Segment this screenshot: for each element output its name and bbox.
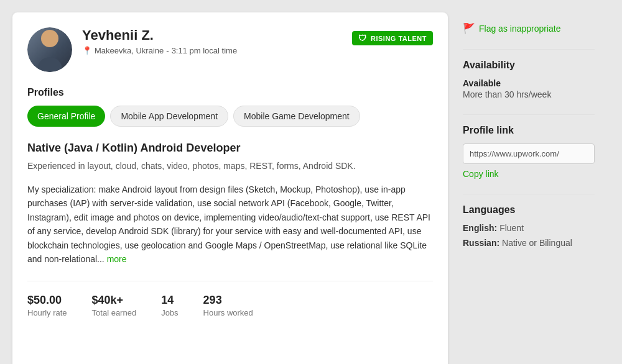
profile-header: Yevhenii Z. 📍 Makeevka, Ukraine - 3:11 p… bbox=[27, 27, 433, 72]
flag-inappropriate-button[interactable]: 🚩 Flag as inappropriate bbox=[463, 22, 595, 34]
profile-link-section: Profile link Copy link bbox=[463, 125, 595, 179]
local-time: 3:11 pm local time bbox=[172, 46, 238, 55]
more-link[interactable]: more bbox=[107, 254, 127, 264]
language-english: English: Fluent bbox=[463, 223, 595, 233]
language-russian-level: Native or Bilingual bbox=[502, 238, 572, 248]
profile-location: 📍 Makeevka, Ukraine - 3:11 pm local time bbox=[82, 46, 352, 55]
profile-info: Yevhenii Z. 📍 Makeevka, Ukraine - 3:11 p… bbox=[82, 27, 352, 55]
shield-icon: 🛡 bbox=[358, 34, 367, 43]
profile-link-input[interactable] bbox=[463, 143, 595, 164]
flag-label: Flag as inappropriate bbox=[479, 24, 561, 34]
tab-mobile-game[interactable]: Mobile Game Development bbox=[233, 106, 360, 127]
profile-tabs: General Profile Mobile App Development M… bbox=[27, 106, 433, 127]
profile-link-title: Profile link bbox=[463, 125, 595, 136]
stat-jobs: 14 Jobs bbox=[161, 294, 178, 317]
avatar bbox=[27, 27, 72, 72]
job-desc-text: My specialization: make Android layout f… bbox=[27, 184, 430, 264]
main-card: Yevhenii Z. 📍 Makeevka, Ukraine - 3:11 p… bbox=[12, 12, 448, 364]
stat-jobs-value: 14 bbox=[161, 294, 178, 307]
stat-hours-worked-label: Hours worked bbox=[203, 308, 253, 317]
languages-title: Languages bbox=[463, 204, 595, 216]
location-text: Makeevka, Ukraine bbox=[95, 46, 164, 55]
stat-hourly-rate: $50.00 Hourly rate bbox=[27, 294, 67, 317]
availability-title: Availability bbox=[463, 60, 595, 71]
rising-talent-badge: 🛡 RISING TALENT bbox=[352, 31, 433, 45]
location-separator: - bbox=[166, 46, 169, 55]
availability-label: Available bbox=[463, 78, 595, 88]
stat-total-earned-label: Total earned bbox=[92, 308, 137, 317]
stat-hourly-rate-label: Hourly rate bbox=[27, 308, 67, 317]
stat-hourly-rate-value: $50.00 bbox=[27, 294, 67, 307]
divider-3 bbox=[463, 194, 595, 194]
badge-label: RISING TALENT bbox=[371, 35, 427, 42]
stat-hours-worked: 293 Hours worked bbox=[203, 294, 253, 317]
stat-jobs-label: Jobs bbox=[161, 308, 178, 317]
flag-icon: 🚩 bbox=[463, 22, 475, 34]
divider-1 bbox=[463, 49, 595, 50]
sidebar: 🚩 Flag as inappropriate Availability Ava… bbox=[448, 12, 610, 364]
stats-row: $50.00 Hourly rate $40k+ Total earned 14… bbox=[27, 281, 433, 317]
stat-total-earned-value: $40k+ bbox=[92, 294, 137, 307]
stat-total-earned: $40k+ Total earned bbox=[92, 294, 137, 317]
tab-mobile-app[interactable]: Mobile App Development bbox=[110, 106, 228, 127]
location-pin-icon: 📍 bbox=[82, 46, 92, 55]
copy-link-button[interactable]: Copy link bbox=[463, 169, 595, 179]
languages-section: Languages English: Fluent Russian: Nativ… bbox=[463, 204, 595, 248]
job-title: Native (Java / Kotlin) Android Developer bbox=[27, 142, 433, 155]
page-container: Yevhenii Z. 📍 Makeevka, Ukraine - 3:11 p… bbox=[12, 12, 610, 364]
tab-general-profile[interactable]: General Profile bbox=[27, 106, 105, 127]
language-russian-name: Russian: bbox=[463, 238, 499, 248]
header-right: 🛡 RISING TALENT bbox=[352, 27, 433, 45]
availability-value: More than 30 hrs/week bbox=[463, 89, 595, 99]
job-subtitle: Experienced in layout, cloud, chats, vid… bbox=[27, 160, 433, 173]
job-description: My specialization: make Android layout f… bbox=[27, 183, 433, 266]
stat-hours-worked-value: 293 bbox=[203, 294, 253, 307]
availability-section: Availability Available More than 30 hrs/… bbox=[463, 60, 595, 99]
divider-2 bbox=[463, 114, 595, 115]
profiles-label: Profiles bbox=[27, 87, 433, 98]
language-english-name: English: bbox=[463, 223, 497, 233]
profile-name: Yevhenii Z. bbox=[82, 27, 352, 43]
language-english-level: Fluent bbox=[499, 223, 524, 233]
language-russian: Russian: Native or Bilingual bbox=[463, 238, 595, 248]
